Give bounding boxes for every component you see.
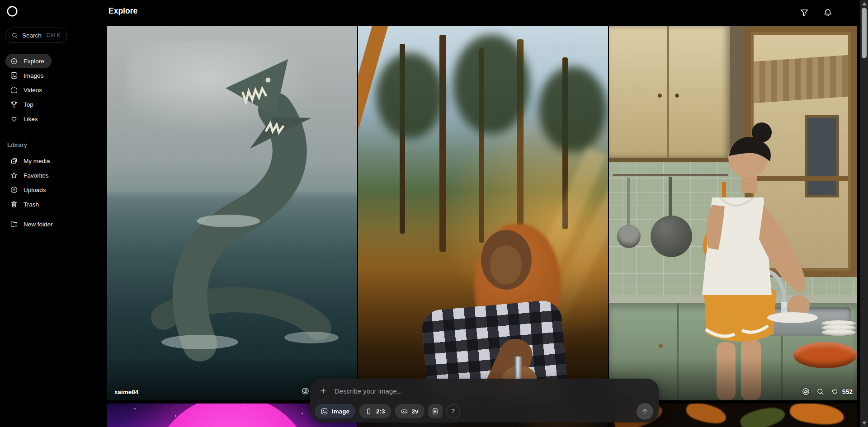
help-label: ? — [451, 408, 455, 415]
page-title: Explore — [108, 6, 137, 16]
sidebar: Search Ctrl K Explore Images Videos To — [0, 0, 107, 427]
remix-swirl-icon[interactable] — [802, 387, 810, 396]
portrait-phone-icon — [365, 408, 373, 415]
card-author[interactable]: xaime84 — [114, 389, 138, 395]
mode-image-button[interactable]: Image — [315, 404, 355, 418]
new-folder-icon — [10, 220, 18, 228]
sidebar-item-label: New folder — [24, 221, 53, 228]
sea-serpent-art — [107, 26, 357, 400]
plus-icon[interactable] — [319, 387, 327, 395]
videos-icon — [10, 86, 18, 94]
sidebar-item-images[interactable]: Images — [5, 68, 51, 83]
variations-button[interactable]: 2v — [395, 404, 425, 418]
search-icon — [11, 32, 18, 39]
sidebar-item-label: Top — [24, 101, 33, 108]
zoom-icon[interactable] — [816, 387, 825, 396]
scrollbar-down-arrow[interactable] — [862, 422, 867, 425]
arrow-up-icon — [641, 407, 649, 416]
my-media-icon — [10, 157, 18, 165]
search-shortcut: Ctrl K — [47, 32, 61, 38]
prompt-input[interactable] — [334, 387, 650, 395]
aspect-ratio-label: 2:3 — [376, 408, 385, 415]
star-icon — [10, 171, 18, 179]
library-section-label: Library — [7, 141, 27, 148]
sidebar-item-label: Likes — [24, 116, 38, 122]
sidebar-item-top[interactable]: Top — [5, 97, 41, 112]
sidebar-item-videos[interactable]: Videos — [5, 83, 49, 97]
sidebar-item-new-folder[interactable]: New folder — [5, 217, 60, 231]
sidebar-item-uploads[interactable]: Uploads — [5, 183, 53, 197]
sidebar-item-explore[interactable]: Explore — [5, 54, 52, 68]
upload-plus-icon — [10, 186, 18, 194]
gallery-card-bigfoot-selfie[interactable] — [358, 26, 608, 400]
images-icon — [10, 71, 18, 80]
variations-icon — [401, 408, 408, 415]
trash-icon — [10, 200, 18, 208]
sidebar-item-label: Explore — [24, 58, 44, 65]
sidebar-item-label: Favorites — [24, 172, 49, 179]
submit-button[interactable] — [637, 403, 653, 420]
sidebar-item-label: Videos — [24, 87, 42, 94]
gallery-card-kitchen-dishes[interactable]: 552 — [609, 26, 857, 400]
sidebar-item-likes[interactable]: Likes — [5, 112, 45, 126]
mode-image-label: Image — [332, 408, 349, 415]
sidebar-item-label: Images — [24, 72, 43, 79]
explore-icon — [10, 57, 18, 65]
kitchen-figure — [609, 26, 857, 400]
image-icon — [321, 408, 328, 415]
heart-icon[interactable] — [830, 387, 839, 396]
prompt-composer: Image 2:3 2v ? — [310, 379, 659, 422]
filter-icon[interactable] — [799, 8, 809, 18]
presets-icon — [431, 408, 439, 415]
search-label: Search — [22, 32, 42, 39]
sidebar-item-label: My media — [24, 158, 50, 164]
sidebar-item-my-media[interactable]: My media — [5, 154, 57, 168]
like-count: 552 — [842, 388, 853, 395]
scrollbar-thumb[interactable] — [862, 8, 867, 58]
sidebar-item-favorites[interactable]: Favorites — [5, 168, 56, 183]
trophy-icon — [10, 100, 18, 108]
help-button[interactable]: ? — [446, 404, 460, 418]
gallery-card-sea-serpent[interactable]: xaime84 — [107, 26, 357, 400]
scrollbar-up-arrow[interactable] — [862, 2, 867, 5]
remix-swirl-icon[interactable] — [301, 387, 310, 395]
sidebar-item-label: Uploads — [24, 187, 46, 193]
search-input[interactable]: Search Ctrl K — [5, 28, 67, 43]
aspect-ratio-button[interactable]: 2:3 — [359, 404, 391, 418]
sidebar-item-label: Trash — [24, 201, 39, 208]
variations-label: 2v — [412, 408, 419, 415]
bell-icon[interactable] — [823, 8, 833, 18]
scrollbar — [860, 0, 868, 427]
presets-button[interactable] — [428, 404, 443, 418]
heart-icon — [10, 115, 18, 123]
sidebar-item-trash[interactable]: Trash — [5, 197, 46, 211]
openai-logo-icon[interactable] — [6, 5, 18, 17]
